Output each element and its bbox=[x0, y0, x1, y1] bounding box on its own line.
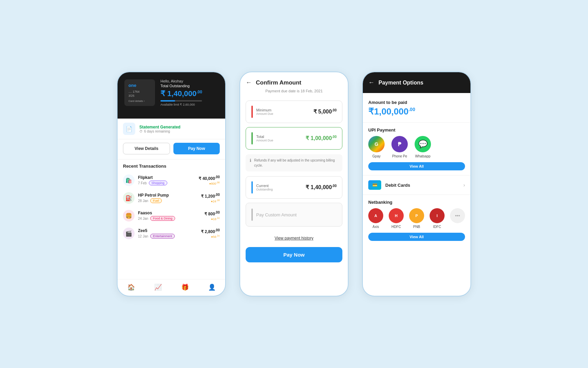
clock-icon: ⏱ bbox=[139, 129, 143, 133]
nav-profile[interactable]: 👤 bbox=[208, 283, 216, 291]
txn-category: Shopping bbox=[149, 181, 167, 185]
back-button[interactable]: ← bbox=[246, 79, 252, 86]
screen3-header: ← Payment Options bbox=[363, 72, 470, 93]
txn-category: Fuel bbox=[150, 198, 162, 203]
amount-value: ₹1,00,000.00 bbox=[368, 106, 465, 117]
screen1-header: one .... 1764 3/25 Card details › Hello,… bbox=[118, 72, 225, 119]
card-row: one .... 1764 3/25 Card details › Hello,… bbox=[124, 79, 218, 106]
txn-amount: ₹ 800.00 bbox=[204, 211, 220, 216]
min-amount-sublabel: Amount Due bbox=[256, 112, 273, 116]
screen2-title: Confirm Amount bbox=[256, 79, 301, 86]
txn-icon: 🍔 bbox=[123, 210, 135, 221]
whatsapp-label: Whatsapp bbox=[415, 154, 430, 158]
card-number: .... 1764 bbox=[128, 90, 151, 93]
total-amount-sublabel: Amount Due bbox=[256, 139, 273, 142]
nav-home[interactable]: 🏠 bbox=[127, 283, 135, 291]
current-outstanding-card[interactable]: Current Outstanding ₹ 1,40,000.00 bbox=[246, 176, 342, 199]
netbanking-title: Netbanking bbox=[363, 195, 470, 208]
minimum-amount-left: Minimum Amount Due bbox=[251, 106, 273, 118]
custom-indicator bbox=[251, 209, 253, 221]
transactions-list: 🛍️ Flipkart 7 Feb Shopping ₹ 40,000.00 ●… bbox=[118, 171, 225, 242]
min-indicator bbox=[251, 106, 253, 118]
bank-axis[interactable]: A Axis bbox=[368, 208, 383, 229]
minimum-amount-card[interactable]: Minimum Amount Due ₹ 5,000.00 bbox=[246, 101, 342, 123]
hdfc-icon: H bbox=[389, 208, 404, 223]
screen1-phone: one .... 1764 3/25 Card details › Hello,… bbox=[117, 72, 226, 296]
txn-points: ●800.00 bbox=[199, 181, 220, 185]
transaction-item[interactable]: 🎬 Zee5 12 Jan Entertainment ₹ 2,800.00 ●… bbox=[118, 225, 225, 242]
outstanding-info: Current Outstanding bbox=[256, 184, 273, 191]
statement-title: Statement Generated bbox=[139, 125, 220, 129]
txn-info: Faasos 24 Jan Food & Dining bbox=[138, 211, 201, 221]
whatsapp-icon: 💬 bbox=[415, 136, 431, 152]
more-banks-icon: ••• bbox=[450, 208, 465, 223]
txn-amount: ₹ 2,800.00 bbox=[201, 228, 220, 234]
total-amount-card[interactable]: Total Amount Due ₹ 1,00,000.00 bbox=[246, 127, 342, 150]
back-button[interactable]: ← bbox=[368, 79, 374, 86]
card-date: 3/25 bbox=[128, 94, 151, 97]
outstanding-indicator bbox=[251, 181, 253, 194]
total-amount-left: Total Amount Due bbox=[251, 132, 273, 144]
min-amount-info: Minimum Amount Due bbox=[256, 108, 273, 116]
upi-whatsapp[interactable]: 💬 Whatsapp bbox=[415, 136, 431, 158]
phonepe-label: Phone Pe bbox=[392, 154, 407, 158]
card-mini: one .... 1764 3/25 Card details › bbox=[124, 79, 155, 106]
outstanding-label: Total Outstanding bbox=[160, 84, 202, 88]
txn-icon: ⛽ bbox=[123, 192, 135, 204]
view-details-button[interactable]: View Details bbox=[123, 143, 170, 154]
hello-text: Hello, Akshay bbox=[160, 79, 202, 83]
debit-card-icon: 💳 bbox=[368, 180, 381, 190]
transaction-item[interactable]: 🛍️ Flipkart 7 Feb Shopping ₹ 40,000.00 ●… bbox=[118, 171, 225, 189]
card-details-link[interactable]: Card details › bbox=[128, 99, 151, 103]
transaction-item[interactable]: 🍔 Faasos 24 Jan Food & Dining ₹ 800.00 ●… bbox=[118, 207, 225, 225]
txn-category: Entertainment bbox=[150, 234, 175, 239]
statement-sub: ⏱ 6 days remaining bbox=[139, 129, 220, 133]
txn-amount: ₹ 40,000.00 bbox=[199, 175, 220, 181]
statement-icon: 📄 bbox=[123, 123, 135, 135]
transaction-item[interactable]: ⛽ HP Petrol Pump 28 Jan Fuel ₹ 1,200.00 … bbox=[118, 189, 225, 207]
outstanding-label: Current bbox=[256, 184, 273, 188]
idfc-icon: I bbox=[430, 208, 445, 223]
view-all-banks-button[interactable]: View All bbox=[368, 233, 465, 241]
txn-info: HP Petrol Pump 28 Jan Fuel bbox=[138, 193, 198, 203]
txn-right: ₹ 800.00 ●16.1c bbox=[204, 211, 220, 221]
txn-amount: ₹ 1,200.00 bbox=[201, 193, 220, 199]
outstanding-amount: ₹ 1,40,000.00 bbox=[306, 184, 337, 190]
upi-phonepe[interactable]: ₱ Phone Pe bbox=[391, 136, 408, 158]
txn-points: ●56.1c bbox=[201, 234, 220, 239]
gpay-label: Gpay bbox=[372, 154, 381, 158]
pay-now-button[interactable]: Pay Now bbox=[173, 143, 220, 154]
txn-date: 12 Jan bbox=[138, 234, 148, 238]
txn-date: 7 Feb bbox=[138, 181, 147, 185]
txn-date-cat: 24 Jan Food & Dining bbox=[138, 216, 201, 221]
txn-right: ₹ 40,000.00 ●800.00 bbox=[199, 175, 220, 185]
view-all-upi-button[interactable]: View All bbox=[368, 162, 465, 170]
bank-pnb[interactable]: P PNB bbox=[409, 208, 424, 229]
txn-icon: 🎬 bbox=[123, 228, 135, 239]
custom-amount-card[interactable]: Pay Custom Amount bbox=[246, 203, 342, 227]
txn-points: ●24.16 bbox=[201, 199, 220, 203]
outstanding-amount: ₹ 1,40,000.00 bbox=[160, 89, 202, 98]
upi-gpay[interactable]: G Gpay bbox=[368, 136, 385, 158]
txn-name: Flipkart bbox=[138, 175, 195, 180]
bank-hdfc[interactable]: H HDFC bbox=[389, 208, 404, 229]
pay-now-button[interactable]: Pay Now bbox=[246, 247, 342, 262]
screen3-title: Payment Options bbox=[378, 80, 423, 86]
debit-card-label: Debit Cards bbox=[385, 183, 459, 188]
card-logo-text: one bbox=[128, 83, 136, 88]
upi-section-title: UPI Payment bbox=[363, 123, 470, 136]
total-amount-value: ₹ 1,00,000.00 bbox=[306, 135, 337, 141]
bank-more[interactable]: ••• bbox=[450, 208, 465, 223]
phonepe-icon: ₱ bbox=[391, 136, 408, 152]
screen2-phone: ← Confirm Amount Payment due date is 18 … bbox=[239, 72, 349, 296]
bank-idfc[interactable]: I IDFC bbox=[430, 208, 445, 229]
screen3-phone: ← Payment Options Amount to be paid ₹1,0… bbox=[362, 72, 471, 296]
debit-cards-row[interactable]: 💳 Debit Cards › bbox=[363, 175, 470, 195]
view-history-link[interactable]: View payment history bbox=[275, 236, 313, 241]
min-amount-label: Minimum bbox=[256, 108, 273, 112]
outstanding-info: Hello, Akshay Total Outstanding ₹ 1,40,0… bbox=[160, 79, 202, 106]
nav-rewards[interactable]: 🎁 bbox=[181, 283, 189, 291]
txn-points: ●16.1c bbox=[204, 216, 220, 221]
nav-analytics[interactable]: 📈 bbox=[154, 283, 162, 291]
total-amount-info: Total Amount Due bbox=[256, 135, 273, 142]
